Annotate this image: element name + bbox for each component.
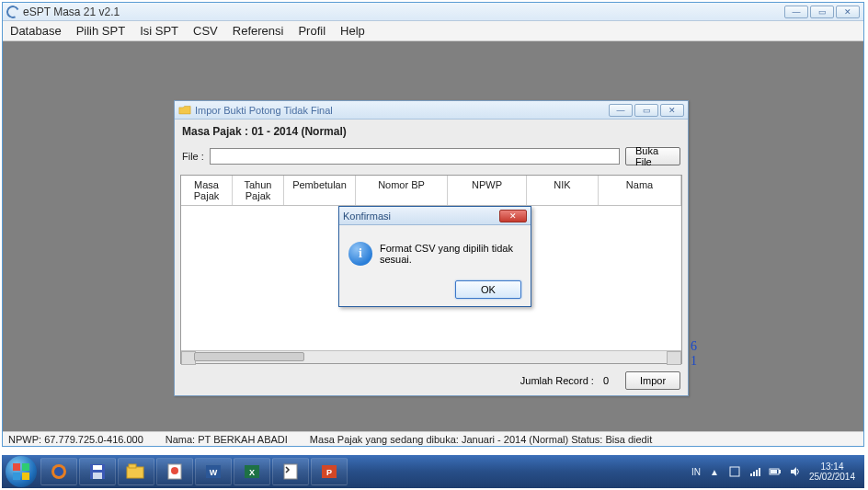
network-icon[interactable] [748,465,761,478]
excel-icon: X [243,462,261,481]
windows-logo-icon [12,462,30,481]
menu-help[interactable]: Help [340,24,365,38]
menu-pilih-spt[interactable]: Pilih SPT [76,24,125,38]
foxit-icon [166,462,184,481]
side-number-a: 6 [691,339,697,354]
col-npwp[interactable]: NPWP [448,176,527,205]
window-controls: — ▭ ✕ [784,6,860,18]
svg-rect-0 [13,463,20,471]
menu-profil[interactable]: Profil [298,24,326,38]
import-maximize-button[interactable]: ▭ [634,104,658,117]
file-path-input[interactable] [210,148,620,165]
scrollbar-thumb[interactable] [194,352,304,361]
ok-button[interactable]: OK [455,280,521,299]
dialog-message: Format CSV yang dipilih tidak sesuai. [380,243,521,265]
status-npwp: NPWP: 67.779.725.0-416.000 [8,434,143,445]
col-nik[interactable]: NIK [527,176,599,205]
svg-rect-7 [93,465,102,470]
taskbar-espt[interactable] [272,458,309,485]
buka-file-button[interactable]: Buka File [625,147,680,165]
taskbar-firefox[interactable] [40,458,77,485]
action-center-icon[interactable] [728,465,741,478]
svg-rect-24 [759,468,760,476]
taskbar-save[interactable] [79,458,116,485]
status-nama: Nama: PT BERKAH ABADI [166,434,288,445]
dialog-close-button[interactable]: ✕ [499,210,527,222]
maximize-button[interactable]: ▭ [810,6,834,18]
svg-rect-9 [127,467,143,478]
dialog-buttons: OK [339,275,531,306]
volume-icon[interactable] [789,465,802,478]
svg-rect-2 [13,473,20,480]
col-nomor-bp[interactable]: Nomor BP [356,176,448,205]
grid-header: Masa Pajak Tahun Pajak Pembetulan Nomor … [181,176,681,206]
jumlah-record-label: Jumlah Record : [520,375,594,386]
svg-rect-23 [756,470,758,476]
clock-date: 25/02/2014 [809,472,855,482]
taskbar-word[interactable]: W [195,458,232,485]
file-row: File : Buka File [180,145,682,171]
taskbar-explorer[interactable] [118,458,154,485]
svg-rect-1 [22,463,29,471]
svg-text:X: X [249,468,255,477]
dialog-body: i Format CSV yang dipilih tidak sesuai. [339,225,531,275]
app-title: eSPT Masa 21 v2.1 [23,6,781,18]
start-button[interactable] [6,456,37,487]
info-icon: i [348,242,372,266]
status-bar: NPWP: 67.779.725.0-416.000 Nama: PT BERK… [3,431,863,446]
import-footer: Jumlah Record : 0 Impor [180,368,682,390]
file-label: File : [182,151,204,162]
clock-time: 13:14 [809,462,855,472]
minimize-button[interactable]: — [784,6,808,18]
espt-app-icon [281,462,300,481]
import-close-button[interactable]: ✕ [660,104,684,117]
svg-rect-3 [22,473,29,480]
import-minimize-button[interactable]: — [609,104,633,117]
app-titlebar[interactable]: eSPT Masa 21 v2.1 — ▭ ✕ [3,3,863,21]
folder-stack-icon [126,463,146,480]
konfirmasi-dialog: Konfirmasi ✕ i Format CSV yang dipilih t… [338,206,531,307]
taskbar-foxit[interactable] [156,458,193,485]
svg-point-12 [171,467,178,474]
svg-rect-8 [93,473,102,479]
horizontal-scrollbar[interactable] [181,350,681,363]
impor-button[interactable]: Impor [625,371,680,390]
floppy-icon [88,462,107,481]
word-icon: W [204,462,223,481]
import-titlebar[interactable]: Impor Bukti Potong Tidak Final — ▭ ✕ [175,101,688,120]
svg-marker-28 [791,467,796,476]
status-masa: Masa Pajak yang sedang dibuka: Januari -… [310,434,652,445]
svg-rect-20 [730,467,739,476]
col-pembetulan[interactable]: Pembetulan [284,176,356,205]
taskbar-pinned-apps: W X P [40,458,348,485]
dialog-title: Konfirmasi [343,211,499,222]
tray-chevron-up-icon[interactable]: ▲ [708,465,721,478]
powerpoint-icon: P [320,462,338,481]
taskbar-clock[interactable]: 13:14 25/02/2014 [809,462,855,482]
menu-csv[interactable]: CSV [193,24,218,38]
taskbar-powerpoint[interactable]: P [311,458,348,485]
close-button[interactable]: ✕ [836,6,860,18]
dialog-titlebar[interactable]: Konfirmasi ✕ [339,207,531,225]
svg-point-5 [54,467,63,476]
svg-rect-10 [129,464,136,468]
battery-icon[interactable] [769,465,782,478]
jumlah-record-value: 0 [603,375,609,386]
menubar: Database Pilih SPT Isi SPT CSV Referensi… [3,21,863,41]
menu-referensi[interactable]: Referensi [233,24,284,38]
col-masa-pajak[interactable]: Masa Pajak [181,176,233,205]
col-nama[interactable]: Nama [599,176,681,205]
svg-rect-21 [750,473,752,476]
col-tahun-pajak[interactable]: Tahun Pajak [233,176,284,205]
firefox-icon [50,462,68,481]
app-logo-icon [5,4,21,20]
lang-indicator[interactable]: IN [691,467,701,477]
masa-pajak-label: Masa Pajak : 01 - 2014 (Normal) [180,123,682,142]
taskbar[interactable]: W X P IN ▲ 13:14 25/02/2014 [2,455,864,488]
menu-isi-spt[interactable]: Isi SPT [140,24,178,38]
menu-database[interactable]: Database [10,24,62,38]
folder-icon [178,105,191,115]
taskbar-excel[interactable]: X [234,458,270,485]
side-number-b: 1 [691,354,697,369]
system-tray[interactable]: IN ▲ 13:14 25/02/2014 [691,462,861,482]
